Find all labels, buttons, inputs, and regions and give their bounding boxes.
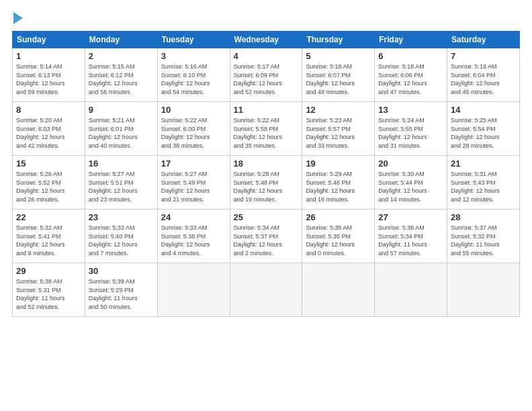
calendar-cell: 11Sunrise: 5:22 AM Sunset: 5:58 PM Dayli… [230,102,302,156]
day-info: Sunrise: 5:19 AM Sunset: 6:04 PM Dayligh… [451,62,516,96]
calendar-week-2: 8Sunrise: 5:20 AM Sunset: 6:03 PM Daylig… [13,102,520,156]
day-info: Sunrise: 5:31 AM Sunset: 5:43 PM Dayligh… [451,170,516,203]
calendar-cell: 18Sunrise: 5:28 AM Sunset: 5:48 PM Dayli… [230,156,302,210]
calendar-cell: 23Sunrise: 5:33 AM Sunset: 5:40 PM Dayli… [85,210,157,263]
day-info: Sunrise: 5:33 AM Sunset: 5:38 PM Dayligh… [161,224,226,257]
calendar-header-monday: Monday [85,32,157,48]
day-info: Sunrise: 5:33 AM Sunset: 5:40 PM Dayligh… [89,224,154,257]
day-info: Sunrise: 5:32 AM Sunset: 5:41 PM Dayligh… [16,224,81,257]
calendar-cell: 8Sunrise: 5:20 AM Sunset: 6:03 PM Daylig… [13,102,85,156]
day-number: 27 [378,212,443,222]
day-info: Sunrise: 5:18 AM Sunset: 6:06 PM Dayligh… [378,62,443,96]
day-number: 11 [234,105,299,115]
day-info: Sunrise: 5:26 AM Sunset: 5:52 PM Dayligh… [16,170,81,203]
day-number: 3 [161,51,226,61]
calendar-cell: 22Sunrise: 5:32 AM Sunset: 5:41 PM Dayli… [13,210,85,263]
calendar-header-sunday: Sunday [13,32,85,48]
day-number: 8 [16,105,81,115]
day-number: 28 [451,212,516,222]
calendar-week-5: 29Sunrise: 5:38 AM Sunset: 5:31 PM Dayli… [13,263,520,317]
calendar-cell [302,263,375,317]
day-info: Sunrise: 5:20 AM Sunset: 6:03 PM Dayligh… [16,116,81,150]
calendar-cell [447,263,520,317]
calendar-cell: 20Sunrise: 5:30 AM Sunset: 5:44 PM Dayli… [375,156,447,210]
calendar-week-4: 22Sunrise: 5:32 AM Sunset: 5:41 PM Dayli… [13,210,520,263]
day-info: Sunrise: 5:14 AM Sunset: 6:13 PM Dayligh… [16,62,81,96]
calendar-week-3: 15Sunrise: 5:26 AM Sunset: 5:52 PM Dayli… [13,156,520,210]
day-number: 18 [234,158,299,169]
calendar-cell [375,263,447,317]
day-number: 13 [378,105,443,115]
day-number: 29 [16,266,81,276]
day-info: Sunrise: 5:21 AM Sunset: 6:01 PM Dayligh… [89,116,154,150]
day-number: 21 [451,158,516,169]
calendar-cell: 24Sunrise: 5:33 AM Sunset: 5:38 PM Dayli… [157,210,230,263]
calendar-cell: 4Sunrise: 5:17 AM Sunset: 6:09 PM Daylig… [230,48,302,102]
calendar-cell: 29Sunrise: 5:38 AM Sunset: 5:31 PM Dayli… [13,263,85,317]
calendar-header-friday: Friday [375,32,447,48]
calendar-cell: 15Sunrise: 5:26 AM Sunset: 5:52 PM Dayli… [13,156,85,210]
day-info: Sunrise: 5:34 AM Sunset: 5:37 PM Dayligh… [234,224,299,257]
day-number: 4 [234,51,299,61]
day-number: 25 [234,212,299,222]
page: SundayMondayTuesdayWednesdayThursdayFrid… [0,0,532,411]
calendar-cell: 10Sunrise: 5:22 AM Sunset: 6:00 PM Dayli… [157,102,230,156]
day-number: 6 [378,51,443,61]
day-number: 5 [306,51,371,61]
day-info: Sunrise: 5:35 AM Sunset: 5:35 PM Dayligh… [306,224,371,257]
day-info: Sunrise: 5:39 AM Sunset: 5:29 PM Dayligh… [89,277,154,311]
calendar-cell: 14Sunrise: 5:25 AM Sunset: 5:54 PM Dayli… [447,102,520,156]
day-info: Sunrise: 5:28 AM Sunset: 5:48 PM Dayligh… [234,170,299,203]
calendar-cell: 17Sunrise: 5:27 AM Sunset: 5:49 PM Dayli… [157,156,230,210]
calendar-header-tuesday: Tuesday [157,32,230,48]
calendar-cell: 28Sunrise: 5:37 AM Sunset: 5:32 PM Dayli… [447,210,520,263]
logo [12,12,23,24]
calendar-cell: 16Sunrise: 5:27 AM Sunset: 5:51 PM Dayli… [85,156,157,210]
calendar-header-row: SundayMondayTuesdayWednesdayThursdayFrid… [13,32,520,48]
day-number: 15 [16,158,81,169]
day-number: 26 [306,212,371,222]
calendar-cell: 7Sunrise: 5:19 AM Sunset: 6:04 PM Daylig… [447,48,520,102]
day-info: Sunrise: 5:27 AM Sunset: 5:51 PM Dayligh… [89,170,154,203]
day-number: 19 [306,158,371,169]
calendar-cell: 21Sunrise: 5:31 AM Sunset: 5:43 PM Dayli… [447,156,520,210]
day-info: Sunrise: 5:22 AM Sunset: 6:00 PM Dayligh… [161,116,226,150]
day-info: Sunrise: 5:18 AM Sunset: 6:07 PM Dayligh… [306,62,371,96]
day-number: 14 [451,105,516,115]
day-info: Sunrise: 5:30 AM Sunset: 5:44 PM Dayligh… [378,170,443,203]
calendar-cell [230,263,302,317]
day-number: 1 [16,51,81,61]
day-info: Sunrise: 5:37 AM Sunset: 5:32 PM Dayligh… [451,224,516,257]
day-number: 2 [89,51,154,61]
calendar-cell: 13Sunrise: 5:24 AM Sunset: 5:55 PM Dayli… [375,102,447,156]
calendar: SundayMondayTuesdayWednesdayThursdayFrid… [12,31,520,317]
calendar-cell: 5Sunrise: 5:18 AM Sunset: 6:07 PM Daylig… [302,48,375,102]
day-info: Sunrise: 5:25 AM Sunset: 5:54 PM Dayligh… [451,116,516,150]
day-info: Sunrise: 5:16 AM Sunset: 6:10 PM Dayligh… [161,62,226,96]
calendar-cell: 12Sunrise: 5:23 AM Sunset: 5:57 PM Dayli… [302,102,375,156]
day-number: 24 [161,212,226,222]
calendar-cell: 27Sunrise: 5:36 AM Sunset: 5:34 PM Dayli… [375,210,447,263]
calendar-header-saturday: Saturday [447,32,520,48]
day-info: Sunrise: 5:29 AM Sunset: 5:46 PM Dayligh… [306,170,371,203]
day-number: 10 [161,105,226,115]
day-number: 30 [89,266,154,276]
header [12,12,520,24]
calendar-cell: 9Sunrise: 5:21 AM Sunset: 6:01 PM Daylig… [85,102,157,156]
day-number: 17 [161,158,226,169]
day-info: Sunrise: 5:38 AM Sunset: 5:31 PM Dayligh… [16,277,81,311]
day-number: 7 [451,51,516,61]
calendar-cell: 3Sunrise: 5:16 AM Sunset: 6:10 PM Daylig… [157,48,230,102]
logo-arrow-icon [13,12,23,24]
day-info: Sunrise: 5:27 AM Sunset: 5:49 PM Dayligh… [161,170,226,203]
day-number: 12 [306,105,371,115]
day-number: 20 [378,158,443,169]
day-info: Sunrise: 5:36 AM Sunset: 5:34 PM Dayligh… [378,224,443,257]
calendar-cell: 30Sunrise: 5:39 AM Sunset: 5:29 PM Dayli… [85,263,157,317]
calendar-cell: 25Sunrise: 5:34 AM Sunset: 5:37 PM Dayli… [230,210,302,263]
day-info: Sunrise: 5:17 AM Sunset: 6:09 PM Dayligh… [234,62,299,96]
day-info: Sunrise: 5:23 AM Sunset: 5:57 PM Dayligh… [306,116,371,150]
calendar-week-1: 1Sunrise: 5:14 AM Sunset: 6:13 PM Daylig… [13,48,520,102]
calendar-cell: 2Sunrise: 5:15 AM Sunset: 6:12 PM Daylig… [85,48,157,102]
calendar-cell: 19Sunrise: 5:29 AM Sunset: 5:46 PM Dayli… [302,156,375,210]
